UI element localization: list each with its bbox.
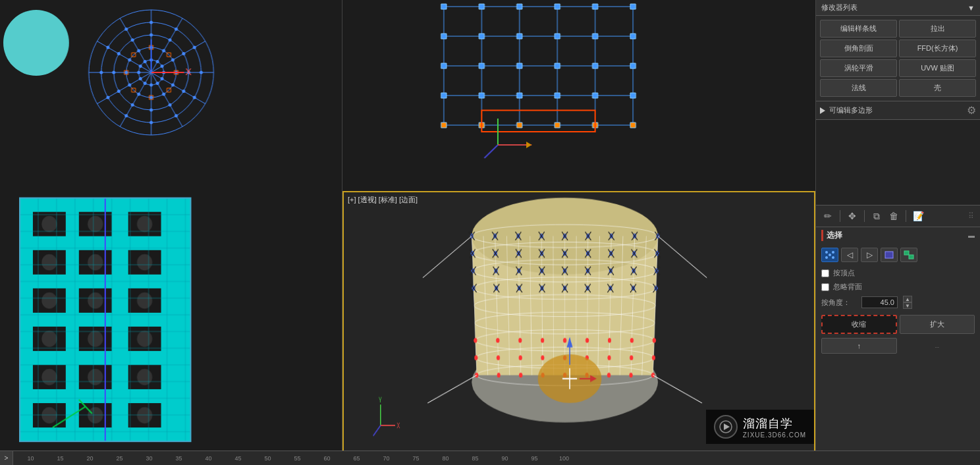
tick-30: 30	[134, 455, 164, 462]
delete-icon[interactable]: 🗑	[887, 209, 900, 223]
tick-85: 85	[460, 455, 490, 462]
bottom-row: [+] [透视] [标准] [边面] 溜溜自学 ZIXUE.3D66.COM	[0, 191, 815, 465]
extra-btn-1[interactable]: ↑	[821, 338, 897, 354]
vertex-mode-icon[interactable]	[821, 248, 838, 262]
action-buttons: 收缩 扩大	[816, 311, 980, 338]
tick-15: 15	[45, 455, 75, 462]
selection-section-header: 选择 ▬	[816, 227, 980, 244]
tick-25: 25	[105, 455, 134, 462]
selection-label: 选择	[821, 230, 842, 241]
tool-icons-row: ✏ ✥ ⧉ 🗑 📝 ⠿	[816, 205, 980, 227]
tick-35: 35	[164, 455, 194, 462]
checkbox-ignore-back-label: 忽略背面	[833, 282, 862, 292]
modifier-list-arrow[interactable]: ▼	[967, 4, 975, 12]
watermark: 溜溜自学 ZIXUE.3D66.COM	[706, 410, 814, 444]
tick-40: 40	[194, 455, 223, 462]
clone-icon[interactable]: ⧉	[870, 209, 883, 223]
tick-95: 95	[520, 455, 549, 462]
viewport-top-left[interactable]	[0, 0, 342, 191]
checkbox-vertex-label: 按顶点	[833, 268, 855, 278]
drag-handle: ⠿	[968, 211, 975, 221]
move-icon[interactable]: ✥	[846, 209, 859, 223]
forward-arrow-icon[interactable]: ▷	[861, 248, 878, 262]
poly-settings-icon[interactable]: ⚙	[967, 104, 976, 117]
tick-50: 50	[253, 455, 283, 462]
extra-spacer: --	[900, 338, 975, 354]
tick-90: 90	[490, 455, 520, 462]
tick-70: 70	[371, 455, 401, 462]
svg-point-2	[825, 251, 828, 254]
angle-up-btn[interactable]: ▲	[903, 296, 912, 302]
checkbox-vertex[interactable]	[821, 269, 829, 277]
btn-extrude[interactable]: 拉出	[899, 20, 976, 38]
tick-20: 20	[75, 455, 105, 462]
watermark-title: 溜溜自学	[743, 416, 806, 431]
checkbox-ignore-back[interactable]	[821, 283, 829, 291]
angle-row: 按角度： ▲ ▼	[816, 294, 980, 311]
face-mode-icon[interactable]	[881, 248, 898, 262]
shrink-button[interactable]: 收缩	[821, 315, 897, 334]
extra-buttons: ↑ --	[816, 338, 980, 358]
back-arrow-icon[interactable]: ◁	[841, 248, 858, 262]
btn-spline[interactable]: 法线	[820, 79, 897, 97]
section-collapse-icon[interactable]: ▬	[968, 232, 975, 239]
svg-rect-9	[909, 255, 913, 259]
poly-collapse-icon	[820, 107, 825, 114]
selection-icons: ◁ ▷	[816, 244, 980, 266]
modifier-list-label: 修改器列表	[821, 3, 858, 13]
viewports-area: [+] [透视] [标准] [边面] 溜溜自学 ZIXUE.3D66.COM	[0, 0, 815, 465]
svg-point-5	[832, 256, 834, 259]
viewport-top-right[interactable]	[342, 0, 815, 191]
poly-label: 可编辑多边形	[829, 105, 873, 115]
btn-shell[interactable]: 壳	[899, 79, 976, 97]
btn-uvw[interactable]: UVW 贴图	[899, 59, 976, 77]
svg-point-3	[832, 251, 834, 254]
tick-45: 45	[223, 455, 253, 462]
tick-10: 10	[16, 455, 45, 462]
angle-down-btn[interactable]: ▼	[903, 302, 912, 309]
watermark-logo	[714, 415, 738, 439]
svg-rect-8	[904, 251, 909, 255]
angle-value-input[interactable]	[861, 296, 898, 308]
timeline-numbers: 10 15 20 25 30 35 40 45 50 55 60 65 70 7…	[13, 455, 980, 462]
top-row	[0, 0, 815, 191]
btn-ffd[interactable]: FFD(长方体)	[899, 40, 976, 57]
tick-60: 60	[312, 455, 342, 462]
tick-65: 65	[342, 455, 371, 462]
svg-rect-7	[885, 252, 893, 258]
tick-100: 100	[549, 455, 579, 462]
modifier-list-header: 修改器列表 ▼	[816, 0, 980, 16]
angle-label: 按角度：	[821, 298, 858, 308]
svg-point-6	[829, 254, 831, 256]
poly-content-area	[816, 120, 980, 205]
expand-button[interactable]: 扩大	[900, 315, 975, 334]
edit-icon[interactable]: 📝	[912, 209, 925, 223]
viewport-bottom-left[interactable]	[0, 191, 342, 465]
checkbox-vertex-row: 按顶点	[816, 266, 980, 280]
element-mode-icon[interactable]	[900, 248, 917, 262]
modifier-buttons: 编辑样条线 拉出 倒角剖面 FFD(长方体) 涡轮平滑 UVW 贴图 法线 壳	[816, 16, 980, 101]
tick-80: 80	[431, 455, 460, 462]
separator-1	[840, 210, 840, 222]
tick-55: 55	[283, 455, 312, 462]
checkbox-ignore-back-row: 忽略背面	[816, 280, 980, 294]
svg-point-4	[825, 256, 828, 259]
separator-3	[906, 210, 906, 222]
viewport-bottom-right[interactable]: [+] [透视] [标准] [边面] 溜溜自学 ZIXUE.3D66.COM	[342, 191, 815, 465]
pencil-icon[interactable]: ✏	[821, 209, 834, 223]
poly-header[interactable]: 可编辑多边形 ⚙	[816, 101, 980, 120]
separator-2	[864, 210, 865, 222]
btn-turbine[interactable]: 涡轮平滑	[820, 59, 897, 77]
btn-edit-spline[interactable]: 编辑样条线	[820, 20, 897, 38]
svg-marker-1	[724, 424, 730, 430]
tick-75: 75	[401, 455, 431, 462]
right-panel: 修改器列表 ▼ 编辑样条线 拉出 倒角剖面 FFD(长方体) 涡轮平滑 UVW …	[815, 0, 980, 465]
timeline-bar: > 10 15 20 25 30 35 40 45 50 55 60 65 70…	[0, 451, 980, 465]
watermark-subtitle: ZIXUE.3D66.COM	[743, 431, 806, 439]
main-layout: [+] [透视] [标准] [边面] 溜溜自学 ZIXUE.3D66.COM	[0, 0, 980, 465]
btn-chamfer[interactable]: 倒角剖面	[820, 40, 897, 57]
watermark-text: 溜溜自学 ZIXUE.3D66.COM	[743, 416, 806, 439]
timeline-arrow[interactable]: >	[0, 451, 13, 466]
